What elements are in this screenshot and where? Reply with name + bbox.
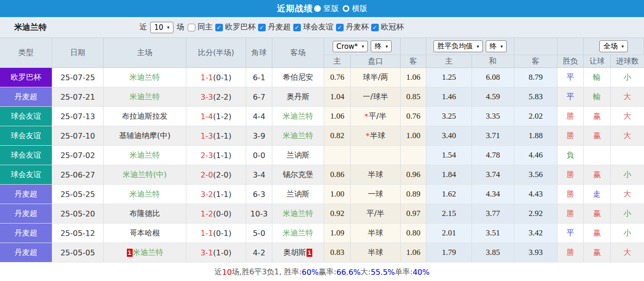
odds-draw: 3.35: [472, 107, 514, 126]
handicap-line-text: 平/半: [369, 112, 386, 122]
filter-check-item: ✓丹麦杯: [336, 22, 370, 32]
table-row: 丹麦超25-05-051米迪兰特3-1(1-0)4-2奥胡斯10.83半球1.0…: [0, 243, 644, 262]
radio-icon[interactable]: [343, 5, 349, 12]
odds-average-select[interactable]: 胜平负均值 ▾: [433, 40, 483, 52]
score-halftime: 2-0(2-0): [186, 165, 246, 184]
table-row: 丹麦超25-05-20布隆德比1-2(0-0)10-3米迪兰特0.92平/半0.…: [0, 204, 644, 224]
odds-time-select[interactable]: 终 ▾: [486, 40, 507, 52]
checkbox-checked[interactable]: ✓: [293, 24, 301, 31]
result-goals: 大: [611, 87, 644, 106]
table-row: 球会友谊25-07-10基辅迪纳摩(中)1-3(1-1)3-9米迪兰特0.82*…: [0, 126, 644, 146]
odds-away: 5.83: [514, 87, 557, 106]
home-team: 布隆德比: [104, 204, 186, 223]
handicap-line: 平/半: [351, 204, 401, 223]
corner-count: 6-7: [246, 87, 272, 106]
home-team-name: 米迪兰特: [130, 150, 160, 160]
corner-count: 6-3: [246, 185, 272, 204]
summary-segment: 近: [214, 267, 222, 277]
away-team-name: 锡尔克堡: [283, 170, 313, 180]
odds-away: 3.42: [514, 224, 557, 243]
summary-segment: 赢率:: [318, 267, 336, 277]
checkbox-checked[interactable]: ✓: [258, 24, 266, 31]
layout-radio-option[interactable]: 横版: [343, 4, 367, 14]
handicap-time-select[interactable]: 终 ▾: [371, 40, 392, 52]
score-halftime: 1-1(0-1): [186, 68, 246, 87]
odds-away: 3.56: [514, 165, 557, 184]
handicap-line-text: 一/球半: [363, 92, 388, 102]
halftime-score: (1-1): [213, 131, 231, 140]
bookmaker-select[interactable]: Crow* ▾: [333, 41, 368, 52]
fulltime-score: 1-1: [201, 73, 213, 82]
handicap-away-odds: 0.85: [401, 87, 426, 106]
odds-away: 1.88: [514, 126, 557, 145]
col-header-score: 比分(半场): [186, 38, 246, 67]
result-wdl: 勝: [557, 204, 584, 223]
halftime-score: (1-1): [213, 151, 231, 160]
halftime-score: (2-2): [213, 93, 231, 102]
handicap-line-text: 半球: [370, 131, 385, 141]
halftime-score: (2-0): [213, 170, 231, 179]
result-goals: 大: [611, 126, 644, 145]
home-team: 米迪兰特(中): [104, 165, 186, 184]
match-date: 25-05-20: [52, 204, 104, 223]
red-card-badge: 1: [307, 249, 312, 257]
table-row: 丹麦超25-05-25米迪兰特3-2(1-1)6-3兰讷斯1.00一球0.891…: [0, 185, 644, 204]
home-team: 米迪兰特: [104, 185, 186, 204]
odds-home: 3.40: [426, 126, 472, 145]
away-team-name: 希伯尼安: [283, 73, 313, 83]
match-date: 25-07-10: [52, 126, 104, 145]
summary-segment: 大:: [361, 267, 371, 277]
handicap-home-odds: 1.09: [324, 224, 351, 243]
checkbox-checked[interactable]: ✓: [336, 24, 344, 31]
handicap-away-odds: 0.76: [401, 107, 426, 126]
handicap-away-odds: 0.96: [401, 165, 426, 184]
filter-check-item: ✓欧罗巴杯: [215, 22, 257, 32]
checkbox-checked[interactable]: ✓: [215, 24, 223, 31]
away-team: 锡尔克堡: [272, 165, 324, 184]
odds-home: 1.25: [426, 68, 472, 87]
checkbox-checked[interactable]: ✓: [371, 24, 379, 31]
away-team-name: 米迪兰特: [283, 228, 313, 238]
filter-bar: 米迪兰特 近 10 ▾ 场 同主✓欧罗巴杯✓丹麦超✓球会友谊✓丹麦杯✓欧冠杯: [0, 17, 644, 38]
odds-average-value: 胜平负均值: [437, 42, 473, 51]
away-team-name: 奥丹斯: [287, 92, 309, 102]
fulltime-score: 2-0: [201, 170, 213, 179]
odds-select-group: 胜平负均值 ▾ 终 ▾: [426, 38, 514, 55]
fulltime-score: 3-3: [201, 93, 213, 102]
league-type-badge: 球会友谊: [0, 126, 52, 145]
home-team: 米迪兰特: [104, 87, 186, 106]
subheader-handicap-result: 让球: [584, 55, 611, 67]
result-handicap: 赢: [584, 224, 611, 243]
league-filter-checkboxes: 同主✓欧罗巴杯✓丹麦超✓球会友谊✓丹麦杯✓欧冠杯: [188, 22, 405, 32]
checkbox-label: 欧冠杯: [381, 22, 404, 32]
home-team-name: 基辅迪纳摩(中): [119, 131, 170, 141]
score-halftime: 1-1(0-1): [186, 224, 246, 243]
layout-radio-selected[interactable]: 竖版: [314, 4, 339, 14]
result-wdl: 平: [557, 224, 584, 243]
summary-segment: 10: [222, 268, 231, 277]
subheader-result: 胜负: [557, 55, 584, 67]
handicap-line: *半球: [351, 126, 401, 145]
handicap-away-odds: 1.06: [401, 68, 426, 87]
score-halftime: 2-3(1-1): [186, 146, 246, 165]
summary-segment: 55.5%: [371, 268, 395, 277]
match-count-select[interactable]: 10 ▾: [150, 22, 173, 33]
corner-count: 3-4: [246, 165, 272, 184]
handicap-line-text: 一球: [368, 189, 383, 199]
odds-draw: 3.74: [472, 165, 514, 184]
handicap-line: 半球: [351, 243, 401, 262]
fulltime-score: 3-1: [201, 248, 213, 257]
match-date: 25-06-27: [52, 165, 104, 184]
chevron-down-icon: ▾: [500, 44, 503, 49]
chevron-down-icon: ▾: [362, 44, 364, 49]
header-spacer: [557, 38, 584, 55]
checkbox-unchecked[interactable]: [188, 24, 195, 31]
corner-count: 3-9: [246, 126, 272, 145]
away-team: 希伯尼安: [272, 68, 324, 87]
odds-draw: 4.59: [472, 87, 514, 106]
handicap-away-odds: 0.89: [401, 185, 426, 204]
summary-segment: 66.6%: [336, 268, 361, 277]
home-team-name: 米迪兰特: [130, 73, 160, 83]
radio-icon[interactable]: [314, 5, 321, 12]
scope-select[interactable]: 全场 ▾: [599, 40, 627, 52]
